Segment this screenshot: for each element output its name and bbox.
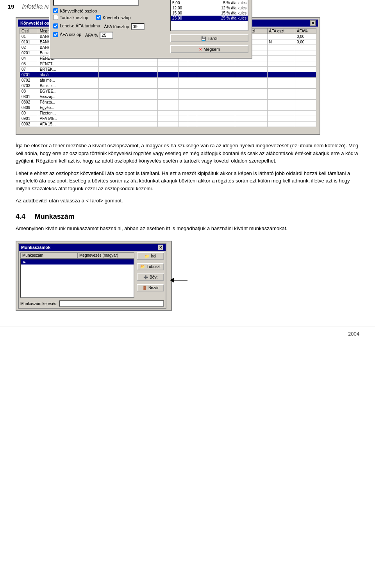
cell-t (179, 78, 188, 83)
cell-afa-o (267, 111, 295, 116)
irol-button[interactable]: 📁 Írol (137, 252, 164, 260)
cell-name-en (99, 116, 158, 122)
megsem-button[interactable]: ✕ Mégsem (170, 45, 248, 53)
cell-k (188, 78, 197, 83)
megnevezes-idegen-input-row (53, 0, 167, 6)
tartozik-checkbox[interactable] (53, 15, 58, 20)
konyvelheto-checkbox[interactable] (53, 8, 58, 13)
cell-name-en (99, 83, 158, 89)
cell-t (179, 72, 188, 78)
munkaszam-keresés-input[interactable] (59, 300, 164, 307)
cell-afa-o (267, 89, 295, 94)
lehet-afa-checkbox[interactable] (53, 23, 58, 29)
afa-oszlop-checkbox[interactable] (53, 32, 58, 37)
munkaszam-table-area: Munkaszám Megnevezés (magyar) ► (20, 252, 134, 298)
bezar-button[interactable]: 🚪 Bezár (137, 284, 164, 291)
table-row[interactable]: 0701 áfa ár... (20, 72, 316, 78)
cell-afa-fo (235, 72, 267, 78)
afa-pct: 12,00 (172, 6, 182, 10)
arrow-line (174, 280, 188, 281)
cell-afa-o (267, 50, 295, 56)
col-megnevezes-magyar-ms: Megnevezés (magyar) (77, 252, 134, 258)
cell-code: 01 (20, 34, 38, 39)
kovetel-checkbox[interactable] (96, 15, 101, 20)
cell-k (188, 83, 197, 89)
table-row[interactable]: 0901 AFA 5%... (20, 116, 316, 122)
cell-t (179, 61, 188, 67)
cell-afa-fo (235, 89, 267, 94)
cell-t (179, 116, 188, 122)
cell-k (188, 116, 197, 122)
cell-afa-t (197, 72, 235, 78)
table-row[interactable]: 0809 Egyéb... (20, 105, 316, 111)
table-row[interactable]: 0801 Visszaj... (20, 94, 316, 100)
afa-pct: 15,00 (172, 11, 182, 15)
paragraph3: Az adatbevitel után válassza a <Tárol> g… (16, 197, 359, 205)
page-number: 19 (8, 3, 14, 10)
cell-konyv (157, 100, 179, 105)
konyvelesi-close-btn[interactable]: ✕ (310, 20, 316, 26)
cell-afa-t (197, 78, 235, 83)
afa-list-item[interactable]: 15,0015 % áfa kulcs (171, 11, 248, 16)
table-row[interactable]: 0702 áfa me... (20, 78, 316, 83)
afa-fooszlop-label: ÁFA főoszlop (104, 24, 129, 29)
cell-konyv (157, 61, 179, 67)
cell-konyv (157, 67, 179, 72)
cell-afa-o (267, 61, 295, 67)
cell-name-en (99, 78, 158, 83)
cell-code: 0801 (20, 94, 38, 100)
afa-oszlop-label: ÁFA oszlop (60, 32, 81, 37)
afa-fooszlop-input[interactable] (131, 23, 145, 30)
table-row[interactable]: 0902 AFA 15... (20, 122, 316, 127)
afa-pct-input[interactable] (100, 32, 113, 39)
afa-list-item[interactable]: 25,0025 % áfa kulcs (171, 16, 248, 21)
tartozik-label: Tartozik oszlop (60, 15, 88, 20)
cell-afa-pct (295, 100, 316, 105)
cell-afa-fo (235, 122, 267, 127)
cell-afa-t (197, 89, 235, 94)
cell-afa-pct (295, 45, 316, 50)
paragraph2: Lehet e ehhez az oszlophoz közvetlenül á… (16, 170, 359, 193)
afa-list-item[interactable]: 12,0012 % áfa kulcs (171, 5, 248, 11)
table-row[interactable]: 07 ÉRTÉK... (20, 67, 316, 72)
section-title: Munkaszám (35, 213, 75, 220)
arrow-head (170, 278, 174, 282)
cell-code: 02 (20, 45, 38, 50)
bovt-button[interactable]: ➕ Bővt (137, 273, 164, 281)
table-row[interactable]: 09 Fizeten... (20, 111, 316, 116)
cell-konyv (157, 83, 179, 89)
table-row[interactable]: 0703 Banki k... (20, 83, 316, 89)
munkaszam-selected-row[interactable]: ► (21, 259, 134, 265)
cell-code: 0101 (20, 39, 38, 45)
cell-k (188, 72, 197, 78)
cell-t (179, 67, 188, 72)
second-screenshot: Munkaszámok ✕ Munkaszám Megnevezés (magy… (16, 241, 172, 311)
tarol-button[interactable]: 💾 Tárol (170, 34, 248, 42)
afa-list-item[interactable]: 5,005 % áfa kulcs (171, 0, 248, 5)
dialog-content: Oszlop kódja: Megnevezés (magyar): Megne… (50, 0, 252, 58)
cell-t (179, 111, 188, 116)
tartozik-row: Tartozik oszlop (53, 15, 88, 20)
cell-konyv (157, 116, 179, 122)
cell-code: 0201 (20, 50, 38, 56)
cell-t (179, 89, 188, 94)
munkaszam-data-area: ► (20, 259, 134, 298)
cell-name-hu: PÉNZT... (38, 61, 98, 67)
afa-label: 15 % áfa kulcs (221, 11, 246, 15)
megnevezes-idegen-input[interactable] (53, 0, 139, 6)
konyvelheto-row: Könyvelhető oszlop (53, 8, 167, 13)
cell-code: 0701 (20, 72, 38, 78)
cell-name-en (99, 72, 158, 78)
afa-pct-label: ÁFA % (85, 33, 98, 38)
cell-afa-o (267, 45, 295, 50)
toboszt-button[interactable]: 📂 Töböszt (137, 263, 164, 270)
cell-afa-o (267, 34, 295, 39)
konyvelesi-body: Oszl. Megnevezés(magyar) Megnevezés(ideg… (18, 27, 318, 132)
table-row[interactable]: 05 PÉNZT... (20, 61, 316, 67)
munkaszam-close-btn[interactable]: ✕ (158, 245, 163, 250)
kovetel-row: Követel oszlop (96, 15, 131, 20)
cell-name-hu: ÉRTÉK... (38, 67, 98, 72)
table-row[interactable]: 0802 Pénztá... (20, 100, 316, 105)
afa-list[interactable]: 0,000 % áfa kulcs0,00Export értékesítés0… (170, 0, 248, 31)
table-row[interactable]: 08 EGYÉE... (20, 89, 316, 94)
